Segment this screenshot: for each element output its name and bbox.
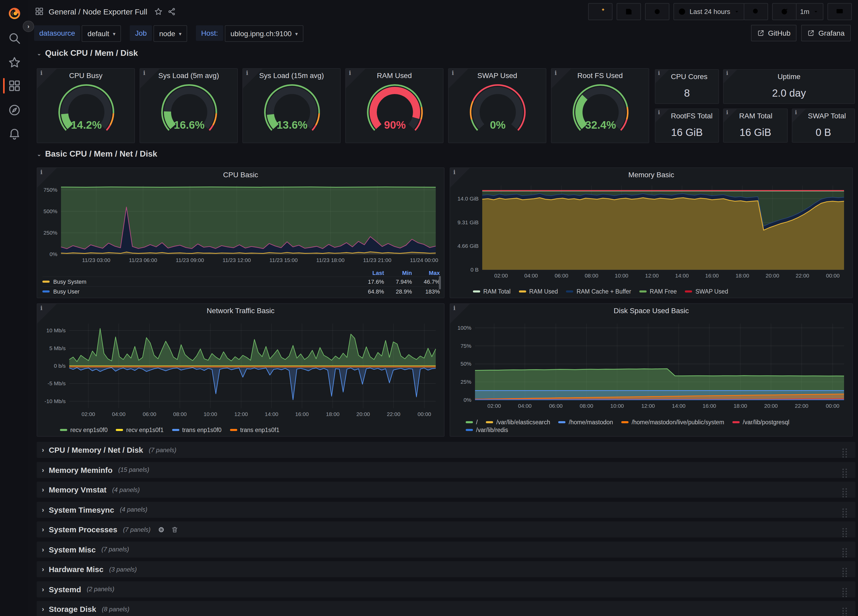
row-hardware-misc[interactable]: ›Hardware Misc(3 panels) [37,561,855,577]
refresh-interval-picker[interactable]: 1m [796,3,823,20]
info-icon[interactable]: i [452,70,454,76]
panel-title[interactable]: Uptime [739,72,839,81]
panel-title[interactable]: Root FS Used [567,71,633,79]
search-icon[interactable] [8,31,21,45]
info-icon[interactable]: i [658,110,660,115]
network-traffic-plot-area[interactable]: 02:0004:0006:0008:0010:0012:0014:0016:00… [40,316,441,420]
info-icon[interactable]: i [726,70,728,76]
dashboard-settings-button[interactable] [645,3,669,20]
gauge-value: 32.4% [585,119,616,131]
github-link[interactable]: GitHub [751,25,797,41]
row-system-misc[interactable]: ›System Misc(7 panels) [37,542,855,557]
save-dashboard-button[interactable] [617,3,641,20]
row-system-timesync[interactable]: ›System Timesync(4 panels) [37,501,855,518]
top-bar: General / Node Exporter Full Last 24 h [28,0,858,23]
stat-panel-swap-total: iSWAP Total0 B [792,109,855,143]
info-icon[interactable]: i [40,70,42,76]
legend-item-ram-cache-buffer[interactable]: RAM Cache + Buffer [566,289,631,295]
legend-item-var-lib-redis[interactable]: /var/lib/redis [466,427,508,433]
legend-item-recv-enp1s0f0[interactable]: recv enp1s0f0 [60,427,108,433]
legend-item-recv-enp1s0f1[interactable]: recv enp1s0f1 [116,427,164,433]
share-icon[interactable] [168,7,176,16]
panel-title[interactable]: Memory Basic [466,171,837,179]
row-delete-trash-icon[interactable] [171,526,179,533]
kiosk-mode-button[interactable] [827,3,852,20]
panel-title[interactable]: SWAP Used [464,71,530,79]
row-memory-vmstat[interactable]: ›Memory Vmstat(4 panels) [37,482,855,498]
grafana-logo[interactable] [8,7,21,20]
legend-scrollbar[interactable] [439,276,441,289]
info-icon[interactable]: i [453,169,455,176]
legend-item-var-lib-postgresql[interactable]: /var/lib/postgresql [732,419,789,425]
legend-column-last[interactable]: Last [356,270,384,276]
cpu-basic-plot-area[interactable]: 11/23 03:0011/23 06:0011/23 09:0011/23 1… [40,180,441,267]
zoom-out-time-button[interactable] [744,3,768,20]
legend-item-home-mastodon-live-public-system[interactable]: /home/mastodon/live/public/system [621,419,724,425]
panel-title[interactable]: CPU Cores [671,72,703,81]
info-icon[interactable]: i [40,169,42,176]
info-icon[interactable]: i [453,305,455,312]
star-icon[interactable] [154,7,163,16]
panel-fold-corner [655,70,669,83]
legend-column-min[interactable]: Min [384,270,412,276]
section-quick-cpu-mem-disk[interactable]: ⌄Quick CPU / Mem / Disk [37,48,138,58]
legend-item-home-mastodon[interactable]: /home/mastodon [558,419,613,425]
variable-value-datasource[interactable]: default▾ [82,25,121,42]
row-memory-meminfo[interactable]: ›Memory Meminfo(15 panels) [37,462,855,478]
dashboards-icon[interactable] [8,79,21,93]
memory-basic-plot-area[interactable]: 02:0004:0006:0008:0010:0012:0014:0016:00… [453,180,849,282]
info-icon[interactable]: i [40,305,42,312]
sidebar-expand-button[interactable]: › [23,21,34,32]
legend-item-ram-total[interactable]: RAM Total [473,289,511,295]
panel-title[interactable]: CPU Busy [53,71,119,79]
panel-title[interactable]: Sys Load (5m avg) [155,71,222,79]
legend-item-var-lib-elasticsearch[interactable]: /var/lib/elasticsearch [486,419,550,425]
refresh-button[interactable] [772,3,796,20]
info-icon[interactable]: i [726,110,728,115]
legend-item-[interactable]: / [466,419,477,425]
svg-text:-5 Mb/s: -5 Mb/s [48,380,66,386]
legend-column-max[interactable]: Max [412,270,440,276]
row-storage-disk[interactable]: ›Storage Disk(8 panels) [37,601,855,616]
variable-value-host[interactable]: ublog.ipng.ch:9100▾ [225,25,304,42]
panel-title[interactable]: RootFS Total [671,112,703,120]
panel-title[interactable]: RAM Total [739,112,772,120]
info-icon[interactable]: i [349,70,351,76]
info-icon[interactable]: i [555,70,556,76]
row-system-processes[interactable]: ›System Processes(7 panels) [37,521,855,537]
row-cpu-memory-net-disk[interactable]: ›CPU / Memory / Net / Disk(7 panels) [37,442,855,458]
alerting-bell-icon[interactable] [8,127,21,141]
breadcrumb[interactable]: General / Node Exporter Full [48,7,147,16]
legend-item-ram-used[interactable]: RAM Used [519,289,558,295]
panel-title[interactable]: RAM Used [361,71,427,79]
info-icon[interactable]: i [143,70,145,76]
time-range-picker[interactable]: Last 24 hours [673,3,744,20]
grafana-link[interactable]: Grafana [801,25,851,41]
panel-title[interactable]: Disk Space Used Basic [466,306,837,315]
legend-item-trans-enp1s0f0[interactable]: trans enp1s0f0 [172,427,221,433]
info-icon[interactable]: i [658,70,660,76]
row-systemd[interactable]: ›Systemd(2 panels) [37,581,855,597]
panel-title[interactable]: Network Traffic Basic [53,306,429,315]
row-settings-gear-icon[interactable] [158,526,165,533]
chevron-right-icon: › [42,585,44,593]
panel-title[interactable]: SWAP Total [808,112,839,120]
legend-item-swap-used[interactable]: SWAP Used [685,289,728,295]
variable-value-job[interactable]: node▾ [154,25,187,42]
variable-label-host: Host: [196,25,223,41]
svg-text:25%: 25% [460,379,471,385]
info-icon[interactable]: i [795,110,797,115]
explore-compass-icon[interactable] [8,103,21,117]
info-icon[interactable]: i [246,70,248,76]
legend-item-busy-user[interactable]: Busy User [42,289,356,295]
legend-item-busy-system[interactable]: Busy System [42,279,356,285]
section-basic-cpu-mem-net-disk[interactable]: ⌄Basic CPU / Mem / Net / Disk [37,149,157,159]
disk-space-plot-area[interactable]: 02:0004:0006:0008:0010:0012:0014:0016:00… [453,316,849,413]
panel-title[interactable]: CPU Basic [53,171,429,179]
legend-item-trans-enp1s0f1[interactable]: trans enp1s0f1 [230,427,279,433]
legend-item-ram-free[interactable]: RAM Free [639,289,677,295]
starred-icon[interactable] [8,56,21,69]
stat-panel-rootfs-total: iRootFS Total16 GiB [655,109,719,143]
add-panel-button[interactable] [588,3,612,20]
panel-title[interactable]: Sys Load (15m avg) [258,71,325,79]
